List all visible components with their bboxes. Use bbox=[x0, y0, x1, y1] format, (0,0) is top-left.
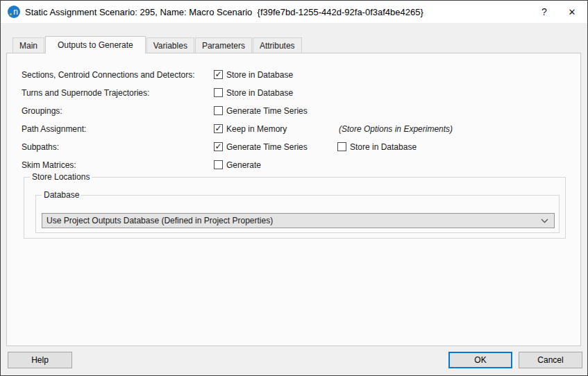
checkbox-groupings-generate-time-series[interactable]: Generate Time Series bbox=[214, 106, 308, 116]
checkbox-label[interactable]: Store in Database bbox=[226, 88, 293, 98]
row-turns: Turns and Supernode Trajectories: Store … bbox=[22, 87, 575, 99]
checkbox-skim-generate[interactable]: Generate bbox=[214, 160, 261, 170]
logo-dot bbox=[10, 13, 12, 15]
row-sections: Sections, Centroid Connections and Detec… bbox=[22, 69, 575, 80]
store-locations-title: Store Locations bbox=[30, 172, 92, 182]
checkbox-box[interactable] bbox=[337, 142, 346, 151]
checkbox-label[interactable]: Generate Time Series bbox=[226, 142, 308, 152]
help-titlebar-button[interactable]: ? bbox=[530, 1, 558, 23]
row-skim-matrices: Skim Matrices: Generate bbox=[22, 159, 575, 171]
chevron-down-icon bbox=[541, 219, 548, 223]
tab-main[interactable]: Main bbox=[12, 37, 44, 53]
checkbox-box[interactable] bbox=[214, 88, 223, 97]
checkbox-path-keep-in-memory[interactable]: ✓ Keep in Memory bbox=[214, 124, 287, 134]
row-label: Subpaths: bbox=[22, 142, 214, 152]
database-select[interactable]: Use Project Outputs Database (Defined in… bbox=[42, 213, 555, 228]
row-label: Groupings: bbox=[22, 106, 214, 116]
database-title: Database bbox=[42, 190, 81, 200]
tab-variables[interactable]: Variables bbox=[146, 37, 194, 53]
tab-outputs-to-generate[interactable]: Outputs to Generate bbox=[45, 36, 146, 53]
window-title: Static Assignment Scenario: 295, Name: M… bbox=[25, 7, 423, 17]
check-mark-icon: ✓ bbox=[215, 125, 221, 133]
database-groupbox: Database Use Project Outputs Database (D… bbox=[35, 195, 560, 233]
dialog-window: n Static Assignment Scenario: 295, Name:… bbox=[0, 0, 588, 376]
store-options-note: (Store Options in Experiments) bbox=[339, 123, 453, 135]
checkbox-label[interactable]: Store in Database bbox=[350, 142, 417, 152]
checkbox-box[interactable]: ✓ bbox=[214, 124, 223, 133]
title-bar: n Static Assignment Scenario: 295, Name:… bbox=[1, 1, 587, 23]
ok-button[interactable]: OK bbox=[448, 352, 512, 368]
logo-letter: n bbox=[13, 6, 18, 17]
close-icon[interactable]: ✕ bbox=[558, 1, 586, 23]
checkbox-box[interactable]: ✓ bbox=[214, 142, 223, 151]
store-locations-groupbox: Store Locations Database Use Project Out… bbox=[24, 177, 566, 239]
checkbox-box[interactable] bbox=[214, 160, 223, 169]
check-mark-icon: ✓ bbox=[215, 143, 221, 151]
checkbox-sections-store-in-database[interactable]: ✓ Store in Database bbox=[214, 70, 293, 80]
database-selected-value: Use Project Outputs Database (Defined in… bbox=[47, 216, 541, 225]
checkbox-turns-store-in-database[interactable]: Store in Database bbox=[214, 88, 293, 98]
row-path-assignment: Path Assignment: ✓ Keep in Memory (Store… bbox=[22, 123, 575, 135]
row-label: Path Assignment: bbox=[22, 124, 214, 134]
checkbox-label[interactable]: Generate Time Series bbox=[226, 106, 308, 116]
checkbox-subpaths-generate-time-series[interactable]: ✓ Generate Time Series bbox=[214, 142, 308, 152]
help-button[interactable]: Help bbox=[8, 352, 72, 368]
tab-parameters[interactable]: Parameters bbox=[195, 37, 252, 53]
tab-bar: Main Outputs to Generate Variables Param… bbox=[12, 35, 303, 53]
row-label: Turns and Supernode Trajectories: bbox=[22, 88, 214, 98]
checkbox-label[interactable]: Store in Database bbox=[226, 70, 293, 80]
aimsun-logo-icon: n bbox=[8, 6, 20, 18]
checkbox-label[interactable]: Keep in Memory bbox=[226, 124, 287, 134]
row-label: Sections, Centroid Connections and Detec… bbox=[22, 70, 214, 80]
checkbox-subpaths-store-in-database[interactable]: Store in Database bbox=[337, 142, 417, 152]
checkbox-box[interactable] bbox=[214, 106, 223, 115]
row-groupings: Groupings: Generate Time Series bbox=[22, 105, 575, 117]
check-mark-icon: ✓ bbox=[215, 71, 221, 78]
row-subpaths: Subpaths: ✓ Generate Time Series Store i… bbox=[22, 141, 575, 153]
cancel-button[interactable]: Cancel bbox=[519, 352, 582, 368]
checkbox-box[interactable]: ✓ bbox=[214, 70, 223, 79]
outputs-panel: Sections, Centroid Connections and Detec… bbox=[6, 53, 581, 346]
row-label: Skim Matrices: bbox=[22, 160, 214, 170]
checkbox-label[interactable]: Generate bbox=[226, 160, 261, 170]
tab-attributes[interactable]: Attributes bbox=[253, 37, 302, 53]
